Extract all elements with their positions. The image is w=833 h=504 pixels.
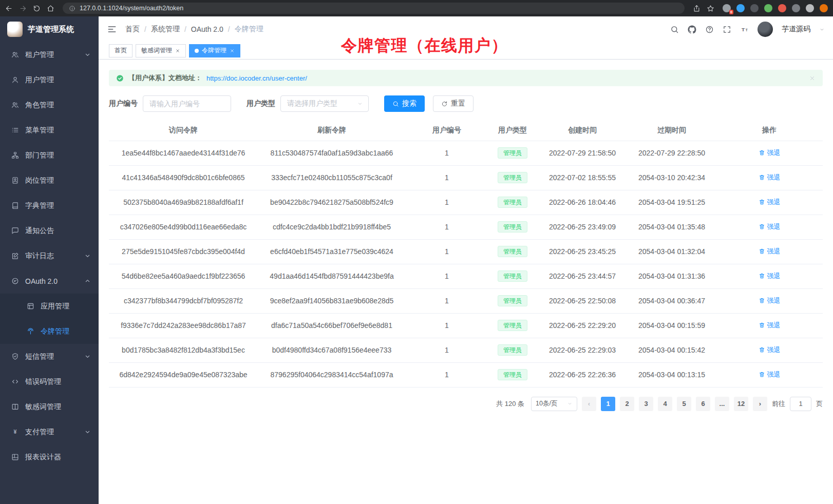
force-logout-button[interactable]: 强退 [759, 198, 781, 207]
tab-close-icon[interactable] [175, 48, 180, 53]
sidebar-menu: 租户管理用户管理角色管理菜单管理部门管理岗位管理字典管理通知公告审计日志OAut… [0, 42, 99, 470]
url-bar[interactable]: 127.0.0.1:1024/system/oauth2/token [63, 3, 685, 14]
prev-page-button[interactable]: ‹ [582, 397, 596, 411]
reset-button[interactable]: 重置 [433, 95, 474, 112]
sidebar-item-errcode[interactable]: 错误码管理 [0, 369, 99, 394]
extension-badge: 0 [729, 10, 733, 14]
cell-expire-time: 2022-07-29 22:28:50 [628, 141, 716, 165]
sidebar-item-label: 审计日志 [25, 251, 78, 261]
force-logout-button[interactable]: 强退 [759, 148, 781, 158]
extension-pin-icon[interactable] [792, 4, 800, 12]
user-type-select[interactable]: 请选择用户类型 [280, 95, 369, 112]
page-size-value: 10条/页 [536, 399, 557, 408]
alert-doc-link[interactable]: https://doc.iocoder.cn/user-center/ [206, 74, 307, 82]
sidebar-item-sms[interactable]: 短信管理 [0, 344, 99, 369]
force-logout-button[interactable]: 强退 [759, 321, 781, 330]
hamburger-icon[interactable] [107, 24, 117, 34]
font-size-icon[interactable]: TT [740, 25, 749, 34]
sidebar-item-menu[interactable]: 菜单管理 [0, 118, 99, 143]
user-type-tag: 管理员 [498, 320, 527, 331]
cell-access-token: 1ea5e44f8bc1467aaede43144f31de76 [109, 141, 258, 165]
fullscreen-icon[interactable] [723, 25, 731, 34]
page-button-12[interactable]: 12 [734, 397, 748, 411]
sidebar-item-pay[interactable]: ¥支付管理 [0, 419, 99, 444]
bookmark-star-icon[interactable] [707, 5, 714, 12]
extension-gray-icon[interactable]: 0 [723, 4, 731, 12]
page-size-select[interactable]: 10条/页 [531, 397, 577, 411]
url-text: 127.0.0.1:1024/system/oauth2/token [80, 5, 183, 12]
cell-expire-time: 2054-03-04 00:13:15 [628, 362, 716, 387]
sidebar-item-audit[interactable]: 审计日志 [0, 243, 99, 268]
share-icon[interactable] [693, 5, 701, 12]
force-logout-button[interactable]: 强退 [759, 370, 781, 379]
goto-page-input[interactable] [790, 397, 811, 411]
next-page-button[interactable]: › [753, 397, 767, 411]
breadcrumb-item[interactable]: 系统管理 [151, 25, 180, 34]
page-button-2[interactable]: 2 [620, 397, 634, 411]
sidebar-item-role[interactable]: 角色管理 [0, 92, 99, 118]
cell-user-type: 管理员 [488, 338, 537, 362]
user-name[interactable]: 芋道源码 [782, 25, 810, 34]
tab-token[interactable]: 令牌管理 [189, 44, 240, 57]
alert-close-icon[interactable] [809, 75, 816, 82]
sidebar-item-notice[interactable]: 通知公告 [0, 218, 99, 243]
tab-home[interactable]: 首页 [109, 44, 132, 57]
github-icon[interactable] [688, 25, 696, 34]
cell-access-token: c347026e805e4d99b0d116eae66eda8c [109, 215, 258, 239]
extension-green-icon[interactable] [764, 4, 772, 12]
force-logout-button[interactable]: 强退 [759, 296, 781, 305]
sidebar-item-sensitive[interactable]: 敏感词管理 [0, 394, 99, 419]
trash-icon [759, 371, 765, 378]
sidebar-item-dept[interactable]: 部门管理 [0, 143, 99, 168]
force-logout-button[interactable]: 强退 [759, 173, 781, 182]
force-logout-button[interactable]: 强退 [759, 222, 781, 231]
page-button-3[interactable]: 3 [639, 397, 653, 411]
help-icon[interactable] [705, 25, 714, 34]
sidebar-item-label: 菜单管理 [25, 126, 91, 135]
sidebar-item-oauth-app[interactable]: 应用管理 [0, 294, 99, 319]
sidebar-item-dict[interactable]: 字典管理 [0, 193, 99, 218]
sidebar-item-oauth-token[interactable]: 令牌管理 [0, 319, 99, 344]
breadcrumb-item[interactable]: 首页 [125, 25, 140, 34]
chevron-down-icon [84, 353, 91, 360]
cell-actions: 强退 [716, 165, 823, 190]
forward-icon[interactable] [19, 5, 27, 12]
sidebar-item-user[interactable]: 用户管理 [0, 67, 99, 92]
page-button-1[interactable]: 1 [601, 397, 615, 411]
cell-refresh-token: cdfc4ce9c2da4bb1bdf21b9918ff4be5 [258, 215, 406, 239]
reload-icon[interactable] [33, 5, 41, 12]
sidebar-item-post[interactable]: 岗位管理 [0, 168, 99, 193]
back-icon[interactable] [5, 5, 13, 12]
force-logout-button[interactable]: 强退 [759, 272, 781, 281]
force-logout-button[interactable]: 强退 [759, 247, 781, 256]
user-avatar[interactable] [758, 22, 773, 37]
info-icon[interactable] [69, 5, 75, 12]
profile-avatar[interactable] [820, 4, 828, 12]
force-logout-button[interactable]: 强退 [759, 345, 781, 355]
column-header: 操作 [716, 120, 823, 141]
page-button-4[interactable]: 4 [658, 397, 672, 411]
search-button-icon [392, 101, 399, 107]
tab-close-icon[interactable] [230, 48, 235, 53]
force-logout-label: 强退 [767, 296, 781, 305]
page-button-5[interactable]: 5 [677, 397, 691, 411]
home-icon[interactable] [47, 5, 54, 12]
extension-dark-icon[interactable] [750, 4, 759, 12]
page-button-6[interactable]: 6 [696, 397, 710, 411]
sidebar-item-report[interactable]: 报表设计器 [0, 444, 99, 470]
sidebar-item-tenant[interactable]: 租户管理 [0, 42, 99, 67]
extension-colorful-icon[interactable] [778, 4, 786, 12]
table-row: 502375b8040a469a9b82188afdf6af1fbe90422b… [109, 190, 823, 215]
user-id-input[interactable] [143, 95, 231, 112]
sidebar-item-label: 令牌管理 [41, 327, 99, 336]
side-panel-icon[interactable] [806, 4, 814, 12]
breadcrumb-item[interactable]: OAuth 2.0 [191, 25, 223, 33]
tab-sensitive[interactable]: 敏感词管理 [136, 44, 186, 57]
cell-user-id: 1 [406, 239, 488, 264]
sidebar-item-oauth[interactable]: OAuth 2.0 [0, 268, 99, 294]
extension-blue-icon[interactable] [736, 4, 745, 12]
search-icon[interactable] [670, 25, 679, 34]
page-ellipsis[interactable]: ... [715, 397, 729, 411]
search-button[interactable]: 搜索 [384, 95, 425, 112]
force-logout-label: 强退 [767, 148, 781, 158]
